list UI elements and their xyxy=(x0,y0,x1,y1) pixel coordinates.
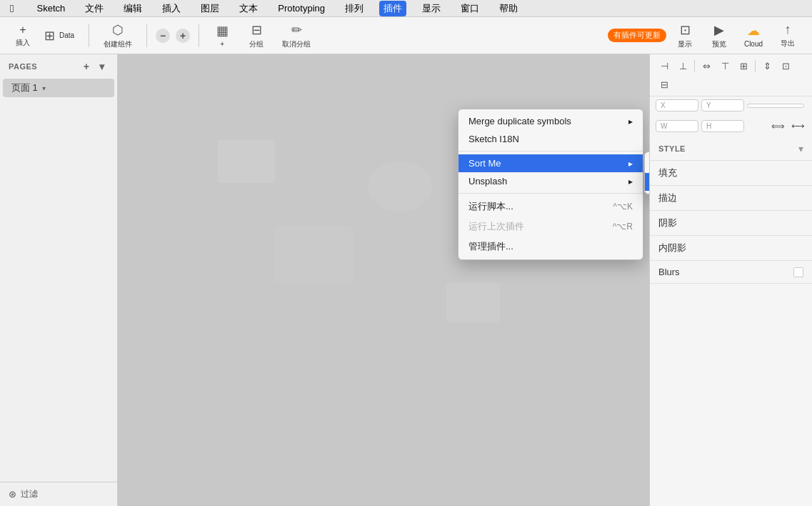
insert-button[interactable]: + 插入 xyxy=(9,20,37,51)
fill-section[interactable]: 填充 xyxy=(650,161,812,186)
toolbar-left-group: + 插入 ⊞ Data xyxy=(9,20,80,51)
menubar-arrange[interactable]: 排列 xyxy=(341,1,368,16)
alignment-toolbar: ⊣ ⊥ ⇔ ⊤ ⊞ ⇕ ⊡ ⊟ xyxy=(650,54,812,96)
export-label: 导出 xyxy=(781,39,795,49)
filter-label: 过滤 xyxy=(21,488,38,500)
canvas-shape-3 xyxy=(368,162,432,212)
page-item-1[interactable]: 页面 1 ▾ xyxy=(3,79,114,97)
stroke-label: 描边 xyxy=(658,192,677,204)
plus-icon: + xyxy=(19,24,26,36)
apple-menu[interactable]:  xyxy=(6,1,18,16)
manage-label: 管理插件... xyxy=(468,240,513,253)
merge-dup-arrow: ▸ xyxy=(628,116,633,126)
main-layout: PAGES + ▾ 页面 1 ▾ ⊛ 过滤 xyxy=(0,54,812,506)
cloud-icon: ☁ xyxy=(747,23,760,39)
run-script-item[interactable]: 运行脚本... ^⌥K xyxy=(458,197,643,217)
menubar-edit[interactable]: 编辑 xyxy=(119,1,146,16)
xy-row: X Y xyxy=(650,96,812,114)
distribute-v-button[interactable]: ⇕ xyxy=(758,57,776,74)
x-label: X xyxy=(661,101,666,109)
menubar-help[interactable]: 帮助 xyxy=(495,1,522,16)
merge-dup-label: Merge duplicate symbols xyxy=(468,116,571,126)
filter-button[interactable]: ⊛ 过滤 xyxy=(0,482,117,506)
align-center-h-button[interactable]: ⊥ xyxy=(674,57,691,74)
create-component-button[interactable]: ⬡ 创建组件 xyxy=(98,20,138,51)
padding-1-button[interactable]: ⊡ xyxy=(777,57,794,74)
zoom-out-button[interactable]: − xyxy=(156,29,170,43)
display-mode-button[interactable]: ⊡ 显示 xyxy=(669,20,701,51)
extra-coord-wrap[interactable] xyxy=(747,104,804,108)
unsplash-arrow: ▸ xyxy=(628,177,633,187)
style-expand-icon[interactable]: ▾ xyxy=(798,143,803,154)
plugin-dropdown: Merge duplicate symbols ▸ Sketch I18N So… xyxy=(458,109,643,260)
menubar-prototyping[interactable]: Prototyping xyxy=(274,1,329,15)
shadow-section[interactable]: 阴影 xyxy=(650,211,812,236)
sort-z9-a1-item[interactable]: Sort Z9 → A1 ^⇧P xyxy=(645,173,649,191)
menubar-text[interactable]: 文本 xyxy=(235,1,262,16)
create-component-label: 创建组件 xyxy=(104,39,132,49)
sort-me-submenu-container: Sort A1 → Z9 ⇧^O Sort Z9 → A1 ^⇧P xyxy=(644,152,649,194)
stroke-section[interactable]: 描边 xyxy=(650,186,812,211)
blurs-label: Blurs xyxy=(658,267,680,277)
align-top-button[interactable]: ⊤ xyxy=(716,57,733,74)
h-input-wrap[interactable]: H xyxy=(701,120,744,132)
unarrange-icon: ⊟ xyxy=(251,22,262,38)
merge-duplicate-symbols-item[interactable]: Merge duplicate symbols ▸ xyxy=(458,112,643,130)
sketch-i18n-item[interactable]: Sketch I18N xyxy=(458,130,643,148)
export-button[interactable]: ↑ 导出 xyxy=(772,20,803,51)
sort-me-label: Sort Me xyxy=(468,158,501,169)
align-middle-v-button[interactable]: ⊞ xyxy=(735,57,752,74)
zoom-in-button[interactable]: + xyxy=(176,29,190,43)
toolbar: + 插入 ⊞ Data ⬡ 创建组件 − + ▦ + ⊟ 分组 ✏ 取消分组 有… xyxy=(0,17,812,54)
separator-3 xyxy=(199,24,199,47)
sort-me-arrow: ▸ xyxy=(628,159,633,169)
sort-me-item[interactable]: Sort Me ▸ Sort A1 → Z9 ⇧^O Sort Z9 → A1 … xyxy=(458,154,643,172)
x-input-wrap[interactable]: X xyxy=(656,99,698,111)
menubar-window[interactable]: 窗口 xyxy=(456,1,483,16)
canvas-area[interactable]: Merge duplicate symbols ▸ Sketch I18N So… xyxy=(118,54,649,506)
zoom-control: − + xyxy=(156,29,190,43)
blurs-section[interactable]: Blurs xyxy=(650,261,812,284)
flip-h-button[interactable]: ⟺ xyxy=(769,117,786,134)
add-page-button[interactable]: + xyxy=(80,60,93,73)
sort-a1-z9-item[interactable]: Sort A1 → Z9 ⇧^O xyxy=(645,155,649,173)
flip-v-button[interactable]: ⟷ xyxy=(789,117,806,134)
padding-2-button[interactable]: ⊟ xyxy=(656,76,673,93)
arrange-icon: ▦ xyxy=(216,23,229,39)
run-script-shortcut: ^⌥K xyxy=(613,202,633,212)
menubar-insert[interactable]: 插入 xyxy=(158,1,185,16)
menubar-file[interactable]: 文件 xyxy=(81,1,108,16)
edit-button[interactable]: ✏ 取消分组 xyxy=(276,20,316,51)
plugin-menu-container: Merge duplicate symbols ▸ Sketch I18N So… xyxy=(458,109,643,260)
unarrange-label: 分组 xyxy=(249,39,264,49)
inner-shadow-section[interactable]: 内阴影 xyxy=(650,236,812,261)
unarrange-button[interactable]: ⊟ 分组 xyxy=(242,20,271,51)
preview-button[interactable]: ▶ 预览 xyxy=(703,20,735,51)
y-input-wrap[interactable]: Y xyxy=(701,99,744,111)
arrange-button[interactable]: ▦ + xyxy=(208,20,236,51)
distribute-h-button[interactable]: ⇔ xyxy=(698,57,715,74)
menubar-display[interactable]: 显示 xyxy=(418,1,445,16)
display-label: 显示 xyxy=(678,39,692,49)
pages-header: PAGES + ▾ xyxy=(0,54,117,79)
align-left-button[interactable]: ⊣ xyxy=(656,57,673,74)
unsplash-label: Unsplash xyxy=(468,176,507,187)
menubar-layers[interactable]: 图层 xyxy=(196,1,224,16)
update-badge[interactable]: 有插件可更新 xyxy=(608,29,666,42)
run-last-label: 运行上次插件 xyxy=(468,220,524,233)
cloud-button[interactable]: ☁ Cloud xyxy=(738,20,769,51)
collapse-pages-button[interactable]: ▾ xyxy=(96,60,109,73)
toolbar-right-group: 有插件可更新 ⊡ 显示 ▶ 预览 ☁ Cloud ↑ 导出 xyxy=(602,20,803,51)
menubar-plugins[interactable]: 插件 xyxy=(379,1,406,16)
data-button[interactable]: ⊞ Data xyxy=(39,20,80,51)
display-icon: ⊡ xyxy=(680,22,691,38)
page-1-label: 页面 1 xyxy=(11,81,38,94)
unsplash-item[interactable]: Unsplash ▸ xyxy=(458,172,643,190)
blurs-checkbox[interactable] xyxy=(793,267,803,277)
menubar-sketch[interactable]: Sketch xyxy=(32,1,69,15)
sort-me-submenu: Sort A1 → Z9 ⇧^O Sort Z9 → A1 ^⇧P xyxy=(644,152,649,194)
wh-row: W H ⟺ ⟷ xyxy=(650,114,812,137)
pages-header-actions: + ▾ xyxy=(80,60,109,73)
manage-plugins-item[interactable]: 管理插件... xyxy=(458,237,643,257)
w-input-wrap[interactable]: W xyxy=(656,120,698,132)
